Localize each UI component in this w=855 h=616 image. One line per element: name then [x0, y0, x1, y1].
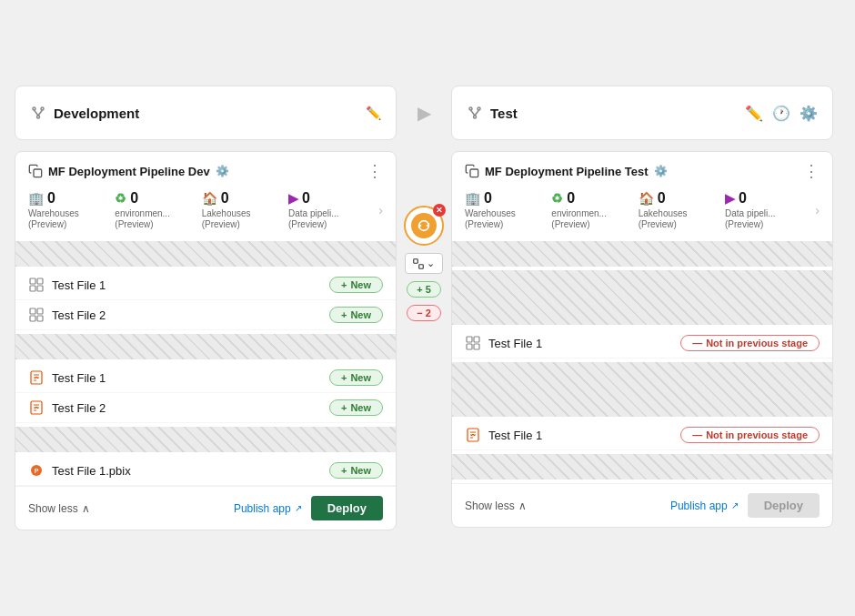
dev-stat-lakehouse: 🏠 0 Lakehouses(Preview) — [202, 190, 288, 230]
test-stat-warehouses: 🏢 0 Warehouses(Preview) — [465, 190, 551, 230]
stats-arrow-dev[interactable]: › — [378, 203, 383, 217]
test-environ-label: environmen...(Preview) — [551, 208, 607, 230]
sync-error-badge: ✕ — [433, 204, 446, 217]
svg-rect-18 — [37, 316, 43, 321]
dev-stage-header: Development ✏️ — [15, 86, 397, 140]
svg-rect-29 — [414, 258, 418, 263]
test-title-text: Test — [490, 106, 518, 121]
svg-text:P: P — [35, 468, 39, 474]
test-publish-app-link[interactable]: Publish app ↗ — [670, 500, 739, 512]
main-row: MF Deployment Pipeline Dev ⚙️ ⋮ 🏢 0 Ware… — [15, 151, 840, 530]
dev-pipeline-count: 0 — [302, 190, 310, 207]
svg-rect-16 — [37, 308, 43, 314]
dev-deploy-button[interactable]: Deploy — [311, 496, 383, 520]
svg-line-4 — [38, 110, 43, 116]
dev-stat-warehouses: 🏢 0 Warehouses(Preview) — [28, 190, 115, 230]
lakehouse-icon-test: 🏠 — [639, 191, 654, 206]
test-deploy-button: Deploy — [748, 493, 820, 518]
plus-icon-2: + — [341, 309, 347, 320]
compare-button-label: ⌄ — [427, 258, 435, 269]
test-pipeline-card: MF Deployment Pipeline Test ⚙️ ⋮ 🏢 0 War… — [451, 151, 833, 528]
sync-button[interactable]: ✕ — [404, 206, 444, 246]
edit-icon-test[interactable]: ✏️ — [745, 105, 763, 122]
environ-icon-test: ♻ — [551, 191, 563, 206]
git-icon — [30, 105, 46, 121]
external-link-icon-test: ↗ — [731, 500, 739, 510]
dev-file-5-name: Test File 1.pbix — [52, 464, 131, 478]
test-lakehouse-label: Lakehouses(Preview) — [639, 208, 688, 230]
test-divider-3 — [452, 454, 832, 480]
dev-divider-1 — [15, 241, 396, 267]
copy-icon-test — [465, 164, 479, 178]
svg-point-7 — [474, 116, 477, 118]
dev-divider-2 — [15, 334, 396, 359]
dev-lakehouse-label: Lakehouses(Preview) — [202, 208, 251, 230]
dev-file-row-4: Test File 2 + New — [15, 393, 396, 423]
settings-small-icon-test: ⚙️ — [654, 165, 668, 177]
svg-rect-35 — [474, 344, 479, 349]
dev-file-row-2: Test File 2 + New — [15, 300, 396, 330]
test-pipeline-header: MF Deployment Pipeline Test ⚙️ ⋮ — [452, 152, 832, 187]
plus-icon-1: + — [341, 279, 347, 290]
test-file-1-badge: — Not in previous stage — [680, 335, 820, 351]
dev-file-row-5: P Test File 1.pbix + New — [15, 456, 396, 486]
dev-file-5-badge: + New — [329, 462, 383, 479]
dev-publish-app-link[interactable]: Publish app ↗ — [234, 502, 302, 515]
chevron-up-dev: ∧ — [82, 502, 90, 515]
grid-icon-test-1 — [465, 335, 481, 351]
test-file-1-name: Test File 1 — [488, 337, 542, 350]
history-icon-test[interactable]: 🕐 — [772, 105, 790, 122]
minus-icon-2: — — [692, 429, 702, 440]
dev-pipeline-label: Data pipeli...(Preview) — [288, 208, 339, 230]
right-arrow-icon: ▶ — [417, 102, 431, 124]
test-stage-header: Test ✏️ 🕐 ⚙️ — [451, 86, 833, 140]
test-empty-grid-2 — [452, 362, 832, 417]
svg-rect-11 — [30, 278, 35, 284]
test-three-dots[interactable]: ⋮ — [803, 163, 820, 179]
svg-point-6 — [478, 107, 480, 110]
test-card-footer: Show less ∧ Publish app ↗ Deploy — [452, 483, 832, 527]
test-empty-grid — [452, 270, 832, 325]
test-file-2-name: Test File 1 — [488, 429, 542, 442]
git-icon-test — [467, 105, 483, 121]
report-icon-test-1 — [465, 427, 481, 443]
dev-title-text: Development — [54, 106, 139, 121]
test-warehouse-label: Warehouses(Preview) — [465, 208, 516, 230]
svg-point-2 — [37, 116, 40, 118]
dev-pipeline-name: MF Deployment Pipeline Dev — [48, 165, 210, 178]
lakehouse-icon-dev: 🏠 — [202, 191, 217, 206]
dev-stat-environ: ♻ 0 environmen...(Preview) — [115, 190, 201, 230]
pbix-icon-dev: P — [28, 462, 45, 479]
test-footer-right: Publish app ↗ Deploy — [670, 493, 820, 518]
test-stat-lakehouse: 🏠 0 Lakehouses(Preview) — [639, 190, 725, 230]
test-pipeline-label: Data pipeli...(Preview) — [725, 208, 776, 230]
dev-pipeline-header: MF Deployment Pipeline Dev ⚙️ ⋮ — [15, 152, 396, 187]
test-pipeline-count: 0 — [739, 190, 747, 207]
settings-icon-test[interactable]: ⚙️ — [800, 105, 818, 122]
test-file-2-badge: — Not in previous stage — [680, 427, 820, 443]
dev-edit-icon[interactable]: ✏️ — [366, 106, 381, 120]
top-row: Development ✏️ ▶ Test ✏️ 🕐 ⚙️ — [15, 86, 840, 140]
dev-card-footer: Show less ∧ Publish app ↗ Deploy — [15, 486, 396, 530]
test-pipeline-title: MF Deployment Pipeline Test ⚙️ — [465, 164, 668, 178]
compare-icon — [413, 258, 424, 269]
svg-point-5 — [469, 107, 472, 110]
test-show-less[interactable]: Show less ∧ — [465, 500, 527, 512]
test-header-icons: ✏️ 🕐 ⚙️ — [745, 105, 818, 122]
svg-rect-10 — [34, 169, 42, 177]
svg-rect-15 — [30, 308, 35, 314]
compare-button[interactable]: ⌄ — [405, 253, 443, 274]
changes-plus-label: + 5 — [417, 284, 431, 295]
warehouse-icon-test: 🏢 — [465, 191, 480, 206]
test-warehouse-count: 0 — [484, 190, 492, 207]
test-pipeline-name: MF Deployment Pipeline Test — [485, 165, 649, 178]
dev-three-dots[interactable]: ⋮ — [367, 163, 383, 179]
environ-icon-dev: ♻ — [115, 191, 126, 206]
svg-rect-30 — [419, 264, 424, 268]
stats-arrow-test[interactable]: › — [815, 203, 820, 217]
test-environ-count: 0 — [567, 190, 575, 207]
external-link-icon-dev: ↗ — [295, 503, 302, 513]
dev-show-less[interactable]: Show less ∧ — [28, 502, 90, 515]
changes-minus-label: − 2 — [417, 308, 431, 318]
svg-point-1 — [41, 107, 44, 110]
